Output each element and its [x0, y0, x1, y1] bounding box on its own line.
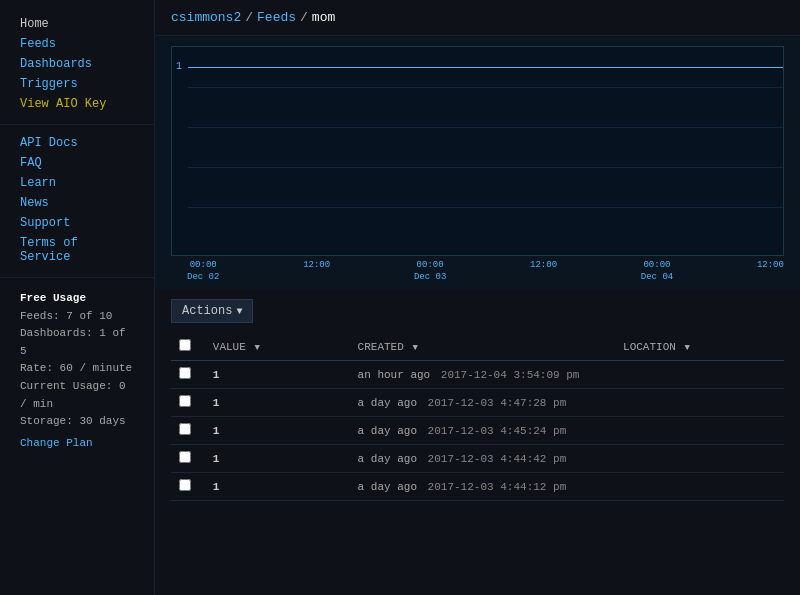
- sidebar-item-triggers[interactable]: Triggers: [0, 74, 154, 94]
- usage-title: Free Usage: [20, 292, 86, 304]
- chart-x-label-5: 12:00: [757, 260, 784, 283]
- sidebar: Home Feeds Dashboards Triggers View AIO …: [0, 0, 155, 595]
- actions-caret-icon: ▼: [236, 306, 242, 317]
- row-value-2: 1: [205, 417, 350, 445]
- table-header-check[interactable]: [171, 333, 205, 361]
- row-value-3: 1: [205, 445, 350, 473]
- row-location-4: [615, 473, 784, 501]
- sidebar-item-news[interactable]: News: [0, 193, 154, 213]
- usage-storage: Storage: 30 days: [20, 415, 126, 427]
- table-header-location[interactable]: LOCATION ▼: [615, 333, 784, 361]
- data-table: VALUE ▼ CREATED ▼ LOCATION ▼: [171, 333, 784, 501]
- row-location-0: [615, 361, 784, 389]
- sidebar-item-learn[interactable]: Learn: [0, 173, 154, 193]
- row-value-1: 1: [205, 389, 350, 417]
- breadcrumb-feed: mom: [312, 10, 335, 25]
- table-row: 1 a day ago 2017-12-03 4:45:24 pm: [171, 417, 784, 445]
- sidebar-item-aio-key[interactable]: View AIO Key: [0, 94, 154, 114]
- sidebar-nav-secondary: API Docs FAQ Learn News Support Terms of…: [0, 129, 154, 278]
- sidebar-item-support[interactable]: Support: [0, 213, 154, 233]
- chart-area: 1 00:00 Dec 02 12:00 00:00 Dec 03 12:00: [155, 36, 800, 289]
- change-plan-link[interactable]: Change Plan: [20, 435, 134, 453]
- breadcrumb-sep1: /: [245, 10, 253, 25]
- main-content: csimmons2 / Feeds / mom 1 00:00 Dec 02 1…: [155, 0, 800, 595]
- row-timestamp-4: 2017-12-03 4:44:12 pm: [428, 481, 567, 493]
- row-created-4: a day ago 2017-12-03 4:44:12 pm: [350, 473, 615, 501]
- chart-x-labels: 00:00 Dec 02 12:00 00:00 Dec 03 12:00 00…: [171, 256, 784, 289]
- row-check-4[interactable]: [171, 473, 205, 501]
- chart-container: 1: [171, 46, 784, 256]
- chart-x-label-3: 12:00: [530, 260, 557, 283]
- row-timestamp-0: 2017-12-04 3:54:09 pm: [441, 369, 580, 381]
- location-sort-icon: ▼: [684, 343, 689, 353]
- row-checkbox-3[interactable]: [179, 451, 191, 463]
- row-ago-1: a day ago: [358, 397, 417, 409]
- data-area: Actions ▼ VALUE ▼ CREATED ▼: [155, 289, 800, 595]
- table-row: 1 a day ago 2017-12-03 4:47:28 pm: [171, 389, 784, 417]
- row-check-2[interactable]: [171, 417, 205, 445]
- location-col-label: LOCATION: [623, 341, 676, 353]
- table-header-created[interactable]: CREATED ▼: [350, 333, 615, 361]
- row-checkbox-4[interactable]: [179, 479, 191, 491]
- row-checkbox-0[interactable]: [179, 367, 191, 379]
- breadcrumb-sep2: /: [300, 10, 308, 25]
- row-timestamp-2: 2017-12-03 4:45:24 pm: [428, 425, 567, 437]
- actions-label: Actions: [182, 304, 232, 318]
- sidebar-item-dashboards[interactable]: Dashboards: [0, 54, 154, 74]
- chart-data-line: [188, 67, 783, 68]
- row-location-3: [615, 445, 784, 473]
- sidebar-item-feeds[interactable]: Feeds: [0, 34, 154, 54]
- table-header-value[interactable]: VALUE ▼: [205, 333, 350, 361]
- row-checkbox-1[interactable]: [179, 395, 191, 407]
- value-col-label: VALUE: [213, 341, 246, 353]
- breadcrumb-feeds[interactable]: Feeds: [257, 10, 296, 25]
- row-check-0[interactable]: [171, 361, 205, 389]
- row-created-2: a day ago 2017-12-03 4:45:24 pm: [350, 417, 615, 445]
- row-ago-4: a day ago: [358, 481, 417, 493]
- row-timestamp-1: 2017-12-03 4:47:28 pm: [428, 397, 567, 409]
- usage-current: Current Usage: 0 / min: [20, 380, 126, 410]
- chart-x-label-2: 00:00 Dec 03: [414, 260, 446, 283]
- row-location-2: [615, 417, 784, 445]
- row-ago-3: a day ago: [358, 453, 417, 465]
- chart-grid-line-1: [188, 87, 783, 88]
- select-all-checkbox[interactable]: [179, 339, 191, 351]
- chart-x-label-4: 00:00 Dec 04: [641, 260, 673, 283]
- value-sort-icon: ▼: [254, 343, 259, 353]
- sidebar-item-faq[interactable]: FAQ: [0, 153, 154, 173]
- row-check-1[interactable]: [171, 389, 205, 417]
- table-body: 1 an hour ago 2017-12-04 3:54:09 pm 1 a …: [171, 361, 784, 501]
- row-check-3[interactable]: [171, 445, 205, 473]
- row-value-0: 1: [205, 361, 350, 389]
- actions-button[interactable]: Actions ▼: [171, 299, 253, 323]
- sidebar-item-api-docs[interactable]: API Docs: [0, 133, 154, 153]
- row-timestamp-3: 2017-12-03 4:44:42 pm: [428, 453, 567, 465]
- sidebar-item-tos[interactable]: Terms of Service: [0, 233, 154, 267]
- chart-x-label-0: 00:00 Dec 02: [187, 260, 219, 283]
- sidebar-item-home[interactable]: Home: [0, 14, 154, 34]
- usage-dashboards: Dashboards: 1 of 5: [20, 327, 126, 357]
- row-value-4: 1: [205, 473, 350, 501]
- actions-bar: Actions ▼: [171, 299, 784, 323]
- table-header-row: VALUE ▼ CREATED ▼ LOCATION ▼: [171, 333, 784, 361]
- row-location-1: [615, 389, 784, 417]
- row-ago-0: an hour ago: [358, 369, 431, 381]
- row-created-3: a day ago 2017-12-03 4:44:42 pm: [350, 445, 615, 473]
- created-col-label: CREATED: [358, 341, 404, 353]
- created-sort-icon: ▼: [412, 343, 417, 353]
- chart-grid-line-2: [188, 127, 783, 128]
- row-created-0: an hour ago 2017-12-04 3:54:09 pm: [350, 361, 615, 389]
- row-checkbox-2[interactable]: [179, 423, 191, 435]
- breadcrumb: csimmons2 / Feeds / mom: [171, 10, 335, 25]
- chart-grid-line-3: [188, 167, 783, 168]
- table-row: 1 an hour ago 2017-12-04 3:54:09 pm: [171, 361, 784, 389]
- chart-x-label-1: 12:00: [303, 260, 330, 283]
- row-created-1: a day ago 2017-12-03 4:47:28 pm: [350, 389, 615, 417]
- row-ago-2: a day ago: [358, 425, 417, 437]
- header: csimmons2 / Feeds / mom: [155, 0, 800, 36]
- sidebar-usage: Free Usage Feeds: 7 of 10 Dashboards: 1 …: [0, 282, 154, 460]
- sidebar-nav-primary: Home Feeds Dashboards Triggers View AIO …: [0, 10, 154, 125]
- breadcrumb-user[interactable]: csimmons2: [171, 10, 241, 25]
- usage-feeds: Feeds: 7 of 10: [20, 310, 112, 322]
- chart-grid-line-4: [188, 207, 783, 208]
